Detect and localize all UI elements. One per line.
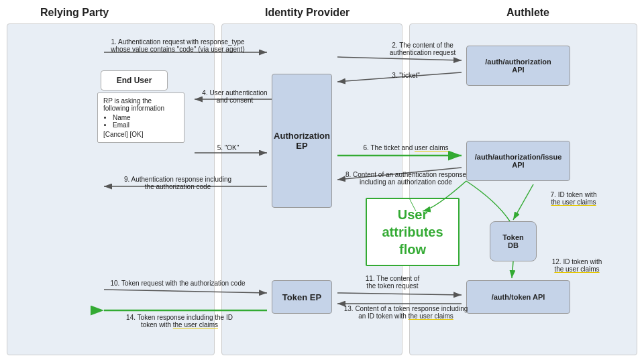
token-db-box: TokenDB — [490, 221, 537, 261]
label-arrow-8: 8. Content of an authentication response… — [342, 171, 470, 186]
token-db-label: TokenDB — [502, 233, 524, 249]
label-arrow-14: 14. Token response including the IDtoken… — [104, 314, 255, 328]
label-arrow-12: 12. ID token withthe user claims — [540, 258, 614, 273]
label-arrow-4: 4. User authenticationand consent — [198, 89, 272, 104]
auth-api-label: /auth/authorizationAPI — [485, 58, 551, 74]
header-relying-party: Relying Party — [40, 7, 109, 19]
auth-ep-label: AuthorizationEP — [274, 131, 330, 151]
label-arrow-9: 9. Authentication response includingthe … — [104, 176, 252, 190]
label-arrow-13: 13. Content of a token response includin… — [342, 305, 470, 320]
consent-items: Name Email — [113, 114, 178, 129]
label-arrow-1: 1. Authentication request with response_… — [104, 38, 252, 53]
token-ep-box: Token EP — [272, 280, 332, 314]
user-attributes-flow-label: User attributes flow — [366, 198, 460, 266]
end-user-box: End User — [101, 70, 168, 90]
consent-buttons: [Cancel] [OK] — [103, 131, 178, 138]
label-arrow-3: 3. "ticket" — [372, 72, 439, 79]
header-identity-provider: Identity Provider — [265, 7, 350, 19]
label-arrow-10: 10. Token request with the authorization… — [104, 280, 252, 287]
auth-issue-api-label: /auth/authorization/issueAPI — [475, 153, 562, 169]
label-arrow-7: 7. ID token withthe user claims — [540, 191, 607, 206]
auth-token-api-box: /auth/token API — [466, 280, 570, 314]
diagram: Relying Party Identity Provider Authlete… — [0, 0, 644, 362]
label-arrow-11: 11. The content ofthe token request — [342, 275, 443, 290]
consent-intro: RP is asking thefollowing information — [103, 97, 178, 112]
label-arrow-2: 2. The content of theauthentication requ… — [376, 42, 470, 56]
label-arrow-5: 5. "OK" — [208, 144, 248, 152]
auth-ep-box: AuthorizationEP — [272, 74, 332, 208]
label-arrow-6: 6. The ticket and user claims — [342, 144, 470, 152]
auth-api-box: /auth/authorizationAPI — [466, 46, 570, 86]
consent-box: RP is asking thefollowing information Na… — [97, 93, 184, 143]
auth-issue-api-box: /auth/authorization/issueAPI — [466, 141, 570, 181]
header-authlete: Authlete — [506, 7, 549, 19]
